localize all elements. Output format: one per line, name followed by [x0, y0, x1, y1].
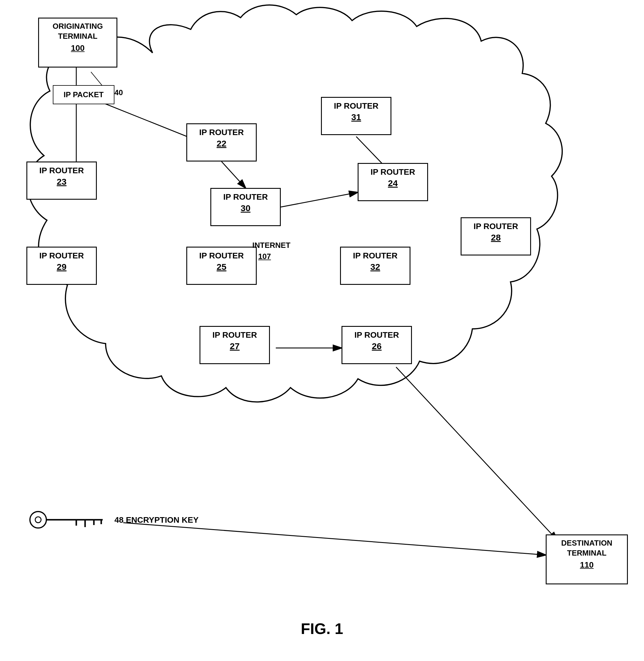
router-26: IP ROUTER 26 — [342, 326, 412, 364]
router-28: IP ROUTER 28 — [461, 217, 531, 256]
router22-num: 22 — [191, 138, 252, 149]
router-27: IP ROUTER 27 — [200, 326, 270, 364]
router31-label: IP ROUTER — [334, 101, 378, 110]
internet-num: 107 — [258, 252, 271, 261]
router30-label: IP ROUTER — [223, 192, 268, 201]
router24-num: 24 — [363, 177, 423, 189]
router32-num: 32 — [345, 261, 406, 272]
router27-num: 27 — [205, 340, 265, 352]
destination-terminal: DESTINATION TERMINAL 110 — [546, 534, 628, 585]
svg-line-4 — [281, 192, 358, 207]
router28-num: 28 — [466, 232, 526, 243]
label-40: 40 — [114, 88, 123, 97]
ip-packet-label: IP PACKET — [53, 85, 114, 104]
encryption-key-icon — [23, 508, 112, 531]
svg-line-8 — [123, 523, 546, 555]
router-25: IP ROUTER 25 — [186, 247, 257, 285]
router28-label: IP ROUTER — [474, 222, 518, 231]
originating-terminal-num: 100 — [44, 43, 112, 54]
router-24: IP ROUTER 24 — [358, 163, 428, 201]
router25-label: IP ROUTER — [199, 251, 244, 260]
originating-terminal-label: ORIGINATING TERMINAL — [44, 21, 112, 41]
router26-label: IP ROUTER — [354, 330, 399, 339]
router-29: IP ROUTER 29 — [26, 247, 97, 285]
router22-label: IP ROUTER — [199, 128, 244, 137]
svg-point-9 — [30, 511, 46, 528]
router23-label: IP ROUTER — [39, 166, 84, 175]
router30-num: 30 — [215, 202, 276, 214]
internet-label: INTERNET — [252, 241, 291, 250]
router25-num: 25 — [191, 261, 252, 272]
encryption-key-label: 48 ENCRYPTION KEY — [114, 515, 199, 525]
router-32: IP ROUTER 32 — [340, 247, 411, 285]
router23-num: 23 — [31, 176, 92, 188]
destination-terminal-label: DESTINATION TERMINAL — [551, 538, 622, 558]
router-22: IP ROUTER 22 — [186, 123, 257, 161]
figure-label: FIG. 1 — [301, 620, 343, 638]
originating-terminal: ORIGINATING TERMINAL 100 — [38, 18, 117, 68]
router32-label: IP ROUTER — [353, 251, 397, 260]
diagram: ORIGINATING TERMINAL 100 IP PACKET 40 IP… — [0, 0, 644, 661]
destination-terminal-num: 110 — [551, 559, 622, 571]
router-31: IP ROUTER 31 — [321, 97, 391, 135]
router26-num: 26 — [346, 340, 407, 352]
router-23: IP ROUTER 23 — [26, 161, 97, 200]
svg-point-10 — [35, 517, 41, 523]
svg-line-7 — [396, 367, 557, 540]
svg-line-5 — [222, 161, 246, 188]
router24-label: IP ROUTER — [371, 168, 415, 176]
router-30: IP ROUTER 30 — [210, 188, 281, 226]
router29-label: IP ROUTER — [39, 251, 84, 260]
router27-label: IP ROUTER — [212, 330, 257, 339]
router29-num: 29 — [31, 261, 92, 272]
ip-packet-text: IP PACKET — [64, 90, 104, 99]
router31-num: 31 — [326, 111, 386, 123]
